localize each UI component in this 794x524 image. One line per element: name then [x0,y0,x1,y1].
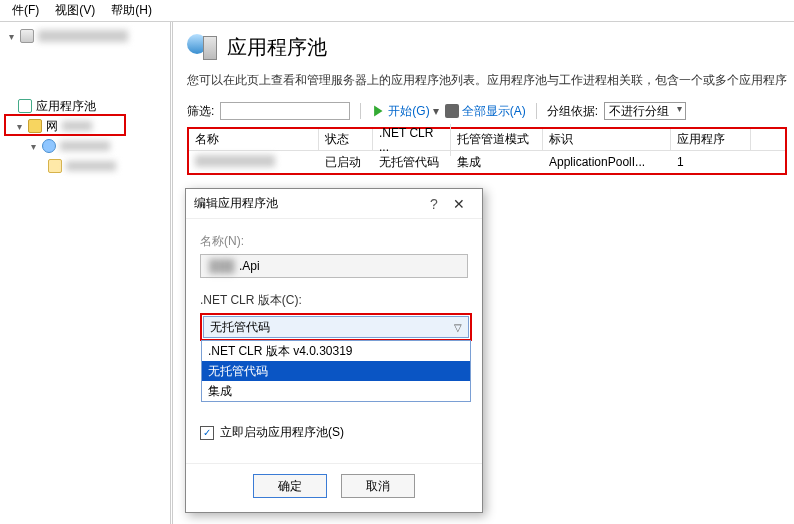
filter-label: 筛选: [187,103,214,120]
chevron-down-icon: ▾ [433,104,439,118]
app-pool-icon [18,99,32,113]
play-icon [371,104,385,118]
menu-help[interactable]: 帮助(H) [103,0,160,21]
show-all-button[interactable]: 全部显示(A) [445,103,526,120]
chevron-down-icon[interactable]: ▾ [14,121,24,132]
server-icon [20,29,34,43]
name-field: ███.Api [200,254,468,278]
page-description: 您可以在此页上查看和管理服务器上的应用程序池列表。应用程序池与工作进程相关联，包… [187,72,794,89]
chevron-down-icon[interactable]: ▾ [28,141,38,152]
menu-view[interactable]: 视图(V) [47,0,103,21]
autostart-checkbox[interactable]: ✓ [200,426,214,440]
groupby-select[interactable]: 不进行分组 [604,102,686,120]
option-no-managed[interactable]: 无托管代码 [202,361,470,381]
tree-folder[interactable] [0,156,170,176]
clr-version-select[interactable]: 无托管代码 ▽ [203,316,469,338]
col-name[interactable]: 名称 [189,129,319,150]
start-button[interactable]: 开始(G) ▾ [371,103,438,120]
dialog-title: 编辑应用程序池 [194,195,278,212]
globe-icon [42,139,56,153]
name-label: 名称(N): [200,233,468,250]
chevron-down-icon[interactable]: ▾ [6,31,16,42]
tree-root[interactable]: ▾ [0,26,170,46]
clr-version-label: .NET CLR 版本(C): [200,292,468,309]
app-pool-grid: 名称 状态 .NET CLR ... 托管管道模式 标识 应用程序 已启动 无托… [187,127,787,175]
ok-button[interactable]: 确定 [253,474,327,498]
option-net4[interactable]: .NET CLR 版本 v4.0.30319 [202,341,470,361]
tree-label: 网 [46,118,58,135]
col-pipe[interactable]: 托管管道模式 [451,129,543,150]
groupby-label: 分组依据: [547,103,598,120]
cancel-button[interactable]: 取消 [341,474,415,498]
col-apps[interactable]: 应用程序 [671,129,751,150]
sites-icon [28,119,42,133]
toolbar: 筛选: 开始(G) ▾ 全部显示(A) 分组依据: 不进行分组 [187,99,794,123]
filter-input[interactable] [220,102,350,120]
highlight-box: 无托管代码 ▽ [200,313,472,341]
option-integrated[interactable]: 集成 [202,381,470,401]
page-title: 应用程序池 [227,34,327,61]
tree-pane: ▾ 应用程序池 ▾ 网 ▾ [0,22,173,524]
help-icon[interactable]: ? [424,196,444,212]
folder-icon [48,159,62,173]
menubar: 件(F) 视图(V) 帮助(H) [0,0,794,22]
grid-header: 名称 状态 .NET CLR ... 托管管道模式 标识 应用程序 [189,129,785,151]
tree-app-pools[interactable]: 应用程序池 [0,96,170,116]
chevron-down-icon: ▽ [454,322,462,333]
grid-icon [445,104,459,118]
tree-label: 应用程序池 [36,98,96,115]
autostart-label: 立即启动应用程序池(S) [220,424,344,441]
col-status[interactable]: 状态 [319,129,373,150]
tree-site[interactable]: ▾ [0,136,170,156]
col-identity[interactable]: 标识 [543,129,671,150]
edit-app-pool-dialog: 编辑应用程序池 ? ✕ 名称(N): ███.Api .NET CLR 版本(C… [185,188,483,513]
app-pool-large-icon [187,32,217,62]
table-row[interactable]: 已启动 无托管代码 集成 ApplicationPoolI... 1 [189,151,785,173]
close-icon[interactable]: ✕ [444,196,474,212]
clr-dropdown-list: .NET CLR 版本 v4.0.30319 无托管代码 集成 [201,340,471,402]
tree-sites[interactable]: ▾ 网 [0,116,170,136]
menu-file[interactable]: 件(F) [4,0,47,21]
